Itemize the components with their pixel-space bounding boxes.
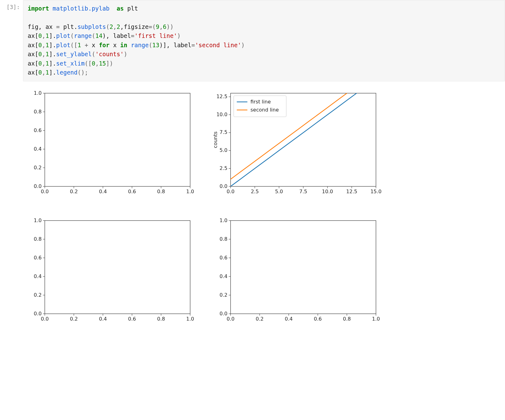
xtick-label: 10.0: [322, 189, 333, 194]
ytick-label: 7.5: [220, 129, 227, 135]
ytick-label: 1.0: [34, 217, 42, 223]
ylabel: counts: [212, 131, 218, 148]
ytick-label: 1.0: [220, 217, 227, 223]
xtick-label: 7.5: [299, 189, 307, 194]
xtick-label: 15.0: [370, 189, 382, 194]
axes-frame: [231, 221, 376, 314]
xtick-label: 1.0: [186, 189, 194, 194]
ytick-label: 0.8: [34, 236, 42, 242]
subplot-1-1: 0.00.20.40.60.81.00.00.20.40.60.81.0: [220, 217, 380, 322]
ytick-label: 0.2: [34, 292, 42, 298]
xtick-label: 0.6: [128, 189, 136, 194]
ytick-label: 0.0: [34, 183, 42, 189]
subplot-0-1: 0.02.55.07.510.012.515.00.02.55.07.510.0…: [212, 93, 382, 194]
xtick-label: 0.0: [227, 316, 234, 322]
xtick-label: 0.4: [285, 316, 293, 322]
output-area: 0.00.20.40.60.81.00.00.20.40.60.81.00.02…: [23, 84, 505, 326]
xtick-label: 0.2: [70, 316, 78, 322]
xtick-label: 0.4: [99, 189, 107, 194]
ytick-label: 0.6: [220, 254, 227, 260]
ytick-label: 0.0: [34, 310, 42, 316]
ytick-label: 0.8: [220, 236, 227, 242]
xtick-label: 0.0: [41, 189, 49, 194]
ytick-label: 0.4: [220, 273, 227, 279]
legend: first linesecond line: [234, 96, 286, 117]
xtick-label: 0.8: [157, 316, 165, 322]
subplot-0-0: 0.00.20.40.60.81.00.00.20.40.60.81.0: [34, 90, 194, 194]
subplot-1-0: 0.00.20.40.60.81.00.00.20.40.60.81.0: [34, 217, 194, 322]
xtick-label: 5.0: [275, 189, 283, 194]
notebook-cell: [3]: import matplotlib.pylab as plt fig,…: [0, 0, 505, 84]
xtick-label: 0.4: [99, 316, 107, 322]
xtick-label: 0.6: [128, 316, 136, 322]
xtick-label: 2.5: [251, 189, 259, 194]
xtick-label: 0.8: [343, 316, 351, 322]
axes-frame: [45, 221, 190, 314]
xtick-label: 0.6: [314, 316, 322, 322]
xtick-label: 0.0: [227, 189, 234, 194]
xtick-label: 0.2: [256, 316, 263, 322]
xtick-label: 0.2: [70, 189, 78, 194]
code-input[interactable]: import matplotlib.pylab as plt fig, ax =…: [23, 0, 505, 81]
ytick-label: 1.0: [34, 90, 42, 96]
ytick-label: 0.8: [34, 108, 42, 114]
xtick-label: 0.0: [41, 316, 49, 322]
matplotlib-figure: 0.00.20.40.60.81.00.00.20.40.60.81.00.02…: [23, 87, 382, 326]
legend-label: second line: [251, 107, 279, 112]
ytick-label: 10.0: [216, 111, 228, 117]
input-prompt: [3]:: [0, 0, 23, 10]
legend-label: first line: [251, 98, 271, 104]
ytick-label: 2.5: [220, 165, 227, 171]
axes-frame: [45, 93, 190, 186]
xtick-label: 1.0: [186, 316, 194, 322]
xtick-label: 12.5: [346, 189, 357, 194]
ytick-label: 0.2: [220, 292, 227, 298]
ytick-label: 0.6: [34, 254, 42, 260]
ytick-label: 0.4: [34, 146, 42, 152]
ytick-label: 0.4: [34, 273, 42, 279]
ytick-label: 0.0: [220, 183, 227, 189]
xtick-label: 1.0: [372, 316, 380, 322]
xtick-label: 0.8: [157, 189, 165, 194]
ytick-label: 0.2: [34, 164, 42, 170]
ytick-label: 5.0: [220, 147, 227, 153]
ytick-label: 12.5: [216, 94, 228, 99]
ytick-label: 0.6: [34, 127, 42, 133]
ytick-label: 0.0: [220, 310, 227, 316]
